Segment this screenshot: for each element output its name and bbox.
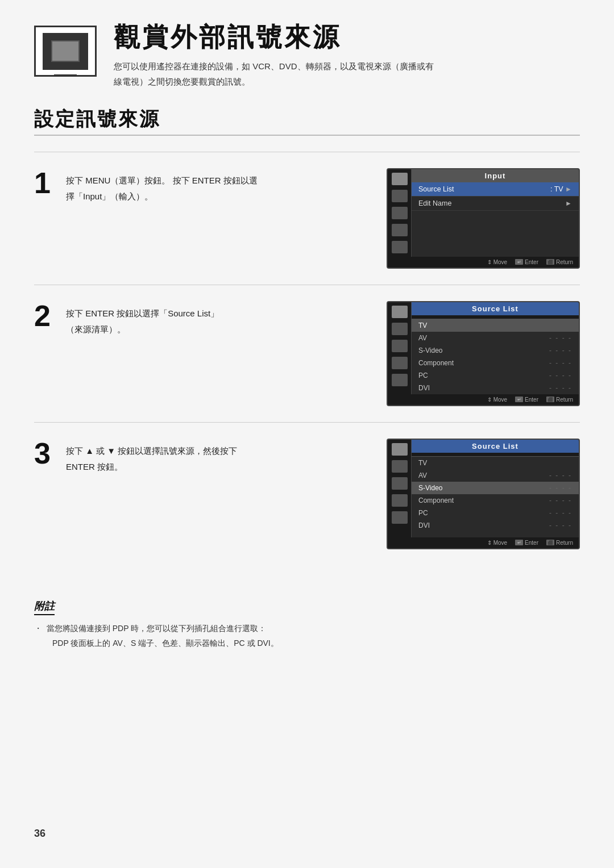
enter-label-1: Enter (525, 259, 538, 265)
tv-screen-3: Source List TV AV - - - - S-Video - - - … (387, 439, 580, 549)
tv-menu-item-1-2: Edit Name ► (412, 197, 579, 211)
arrow-icon-1: ► (565, 185, 572, 193)
sidebar-icon-5 (392, 241, 408, 253)
page-number: 36 (34, 828, 45, 840)
return-label-2: Return (556, 397, 573, 403)
return-icon-1: ⬛ (546, 259, 554, 265)
source-label-3-svideo: S-Video (418, 484, 442, 492)
menu-label-edit-name: Edit Name (418, 199, 451, 207)
return-icon-3: ⬛ (546, 540, 554, 545)
sidebar-icon-1 (392, 173, 408, 185)
source-item-2-svideo: S-Video - - - - (412, 344, 579, 357)
sidebar-icon-3-3 (392, 477, 408, 490)
source-dashes-dvi: - - - - (549, 384, 572, 392)
source-label-dvi: DVI (418, 384, 430, 392)
tv-bottom-bar-1: ⇕ Move ↵ Enter ⬛ Return (388, 257, 579, 268)
step-2-left: 2 按下 ENTER 按鈕以選擇「Source List」 （來源清單）。 (34, 301, 370, 338)
step-2-text-line2: （來源清單）。 (66, 324, 126, 334)
sidebar-icon-3 (392, 207, 408, 219)
bottom-enter-3: ↵ Enter (515, 540, 538, 546)
step-2-text: 按下 ENTER 按鈕以選擇「Source List」 （來源清單）。 (66, 301, 219, 338)
move-icon-3: ⇕ (487, 540, 492, 546)
steps-area: 1 按下 MENU（選單）按鈕。 按下 ENTER 按鈕以選 擇「Input」（… (34, 152, 580, 565)
source-item-3-svideo: S-Video - - - - (412, 482, 579, 494)
source-dashes-3-pc: - - - - (549, 509, 572, 517)
source-item-3-pc: PC - - - - (412, 507, 579, 519)
sidebar-icon-2-5 (392, 374, 408, 386)
source-dashes-component: - - - - (549, 359, 572, 367)
source-item-3-av: AV - - - - (412, 469, 579, 482)
bottom-return-1: ⬛ Return (546, 259, 573, 265)
tv-bottom-bar-2: ⇕ Move ↵ Enter ⬛ Return (388, 394, 579, 405)
tv-sidebar-2 (388, 302, 412, 394)
sidebar-icon-3-1 (392, 443, 408, 456)
source-dashes-svideo: - - - - (549, 347, 572, 354)
sidebar-icon-4 (392, 224, 408, 236)
sidebar-icon-2-3 (392, 340, 408, 352)
return-icon-2: ⬛ (546, 397, 554, 402)
tv-header-1: Input (412, 169, 579, 182)
sidebar-icon-2-4 (392, 357, 408, 369)
menu-label-source-list: Source List (418, 185, 454, 193)
subtitle-text: 您可以使用遙控器在連接的設備，如 VCR、DVD、轉頻器，以及電視來源（廣播或有… (114, 59, 580, 89)
source-item-3-component: Component - - - - (412, 494, 579, 507)
source-label-component: Component (418, 359, 454, 367)
step-3-text: 按下 ▲ 或 ▼ 按鈕以選擇訊號來源，然後按下 ENTER 按鈕。 (66, 439, 237, 475)
source-label-3-component: Component (418, 496, 454, 504)
tv-screen-3-chrome: Source List TV AV - - - - S-Video - - - … (388, 440, 579, 537)
enter-icon-1: ↵ (515, 259, 523, 265)
tv-header-3: Source List (412, 440, 579, 453)
source-list-title-3 (412, 453, 579, 457)
sidebar-icon-3-4 (392, 494, 408, 507)
step-3-number: 3 (34, 439, 57, 468)
step-1-text-line1: 按下 MENU（選單）按鈕。 按下 ENTER 按鈕以選 (66, 176, 258, 185)
source-label-tv: TV (418, 322, 427, 329)
tv-content-3: Source List TV AV - - - - S-Video - - - … (412, 440, 579, 537)
bottom-enter-1: ↵ Enter (515, 259, 538, 265)
source-item-3-tv: TV (412, 457, 579, 469)
source-dashes-3-av: - - - - (549, 471, 572, 479)
tv-bottom-bar-3: ⇕ Move ↵ Enter ⬛ Return (388, 537, 579, 548)
sidebar-icon-2-2 (392, 323, 408, 335)
note-title: 附註 (34, 599, 55, 615)
source-item-3-dvi: DVI - - - - (412, 519, 579, 532)
tv-screen-1: Input Source List : TV ► Edit Name ► (387, 168, 580, 269)
step-2-text-line1: 按下 ENTER 按鈕以選擇「Source List」 (66, 308, 219, 318)
note-text-line2: PDP 後面板上的 AV、S 端子、色差、顯示器輸出、PC 或 DVI。 (43, 636, 279, 651)
enter-label-2: Enter (525, 397, 538, 403)
source-label-3-av: AV (418, 471, 427, 479)
step-3-left: 3 按下 ▲ 或 ▼ 按鈕以選擇訊號來源，然後按下 ENTER 按鈕。 (34, 439, 370, 475)
tv-content-1: Input Source List : TV ► Edit Name ► (412, 169, 579, 257)
source-label-svideo: S-Video (418, 347, 442, 354)
move-label-2: Move (493, 397, 507, 403)
bottom-move-3: ⇕ Move (487, 540, 507, 546)
source-item-2-dvi: DVI - - - - (412, 382, 579, 394)
section-title: 設定訊號來源 (34, 106, 580, 136)
tv-empty-space-1 (412, 211, 579, 251)
source-label-av: AV (418, 334, 427, 342)
tv-header-2: Source List (412, 302, 579, 315)
main-title: 觀賞外部訊號來源 (114, 23, 580, 52)
step-3-row: 3 按下 ▲ 或 ▼ 按鈕以選擇訊號來源，然後按下 ENTER 按鈕。 Sour… (34, 422, 580, 565)
sidebar-icon-2 (392, 190, 408, 202)
tv-icon-box (34, 26, 97, 77)
step-1-text-line2: 擇「Input」（輸入）。 (66, 191, 153, 201)
move-label-1: Move (493, 259, 507, 265)
bottom-enter-2: ↵ Enter (515, 397, 538, 403)
source-dashes-3-dvi: - - - - (549, 521, 572, 529)
bottom-move-2: ⇕ Move (487, 397, 507, 403)
move-label-3: Move (493, 540, 507, 546)
source-label-3-tv: TV (418, 459, 427, 467)
subtitle-line1: 您可以使用遙控器在連接的設備，如 VCR、DVD、轉頻器，以及電視來源（廣播或有 (114, 61, 434, 71)
source-label-pc: PC (418, 372, 428, 379)
move-icon-2: ⇕ (487, 397, 492, 403)
source-item-2-pc: PC - - - - (412, 369, 579, 382)
sidebar-icon-2-1 (392, 306, 408, 318)
source-item-2-av: AV - - - - (412, 332, 579, 344)
step-1-number: 1 (34, 168, 57, 198)
tv-empty-space-3 (412, 532, 579, 537)
tv-sidebar-1 (388, 169, 412, 257)
bottom-return-3: ⬛ Return (546, 540, 573, 546)
enter-icon-3: ↵ (515, 540, 523, 545)
tv-screen-icon (51, 40, 80, 62)
